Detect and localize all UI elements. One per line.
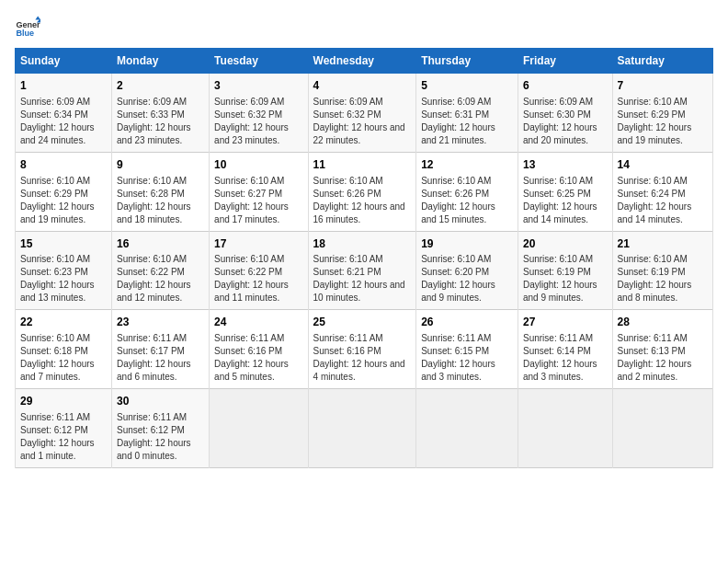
calendar-cell — [308, 389, 416, 468]
calendar-table: SundayMondayTuesdayWednesdayThursdayFrid… — [15, 48, 713, 468]
day-info: Sunrise: 6:09 AMSunset: 6:32 PMDaylight:… — [313, 96, 412, 147]
weekday-header-row: SundayMondayTuesdayWednesdayThursdayFrid… — [16, 49, 713, 74]
day-number: 18 — [313, 236, 412, 252]
day-number: 9 — [117, 157, 204, 173]
day-info: Sunrise: 6:10 AMSunset: 6:19 PMDaylight:… — [618, 253, 708, 304]
weekday-header-friday: Friday — [518, 49, 612, 74]
calendar-cell: 8Sunrise: 6:10 AMSunset: 6:29 PMDaylight… — [16, 152, 112, 231]
day-number: 2 — [117, 78, 204, 94]
day-info: Sunrise: 6:10 AMSunset: 6:22 PMDaylight:… — [117, 253, 204, 304]
day-number: 30 — [117, 394, 204, 409]
calendar-cell: 16Sunrise: 6:10 AMSunset: 6:22 PMDayligh… — [112, 231, 210, 310]
calendar-cell: 18Sunrise: 6:10 AMSunset: 6:21 PMDayligh… — [308, 231, 416, 310]
svg-marker-2 — [35, 16, 40, 19]
calendar-cell — [416, 389, 518, 468]
calendar-cell: 2Sunrise: 6:09 AMSunset: 6:33 PMDaylight… — [112, 74, 210, 153]
weekday-header-monday: Monday — [112, 49, 210, 74]
calendar-cell: 1Sunrise: 6:09 AMSunset: 6:34 PMDaylight… — [16, 74, 112, 153]
day-info: Sunrise: 6:10 AMSunset: 6:21 PMDaylight:… — [313, 253, 412, 304]
calendar-cell: 30Sunrise: 6:11 AMSunset: 6:12 PMDayligh… — [112, 389, 210, 468]
day-number: 11 — [313, 157, 412, 173]
day-info: Sunrise: 6:10 AMSunset: 6:25 PMDaylight:… — [523, 175, 608, 226]
day-number: 8 — [20, 157, 107, 173]
day-number: 27 — [523, 315, 608, 330]
day-info: Sunrise: 6:11 AMSunset: 6:12 PMDaylight:… — [117, 411, 204, 463]
calendar-cell: 27Sunrise: 6:11 AMSunset: 6:14 PMDayligh… — [518, 310, 612, 389]
day-number: 22 — [20, 315, 107, 330]
day-number: 16 — [117, 236, 204, 252]
day-info: Sunrise: 6:09 AMSunset: 6:31 PMDaylight:… — [421, 96, 513, 147]
calendar-cell: 22Sunrise: 6:10 AMSunset: 6:18 PMDayligh… — [16, 310, 112, 389]
day-number: 20 — [523, 236, 608, 252]
calendar-cell: 23Sunrise: 6:11 AMSunset: 6:17 PMDayligh… — [112, 310, 210, 389]
weekday-header-wednesday: Wednesday — [308, 49, 416, 74]
header: General Blue — [15, 15, 713, 40]
logo-icon: General Blue — [15, 15, 40, 40]
calendar-cell: 12Sunrise: 6:10 AMSunset: 6:26 PMDayligh… — [416, 152, 518, 231]
day-number: 23 — [117, 315, 204, 330]
calendar-week-row: 29Sunrise: 6:11 AMSunset: 6:12 PMDayligh… — [16, 389, 713, 468]
svg-text:Blue: Blue — [16, 29, 34, 38]
day-number: 7 — [618, 78, 708, 94]
day-info: Sunrise: 6:11 AMSunset: 6:17 PMDaylight:… — [117, 332, 204, 384]
calendar-week-row: 8Sunrise: 6:10 AMSunset: 6:29 PMDaylight… — [16, 152, 713, 231]
day-number: 17 — [214, 236, 302, 252]
day-info: Sunrise: 6:10 AMSunset: 6:22 PMDaylight:… — [214, 253, 302, 304]
calendar-cell: 20Sunrise: 6:10 AMSunset: 6:19 PMDayligh… — [518, 231, 612, 310]
day-info: Sunrise: 6:10 AMSunset: 6:29 PMDaylight:… — [618, 96, 708, 147]
day-info: Sunrise: 6:09 AMSunset: 6:34 PMDaylight:… — [20, 96, 107, 147]
day-number: 12 — [421, 157, 513, 173]
day-info: Sunrise: 6:09 AMSunset: 6:32 PMDaylight:… — [214, 96, 302, 147]
calendar-cell: 11Sunrise: 6:10 AMSunset: 6:26 PMDayligh… — [308, 152, 416, 231]
calendar-cell: 3Sunrise: 6:09 AMSunset: 6:32 PMDaylight… — [210, 74, 308, 153]
day-info: Sunrise: 6:10 AMSunset: 6:19 PMDaylight:… — [523, 253, 608, 304]
day-number: 1 — [20, 78, 107, 94]
calendar-cell: 13Sunrise: 6:10 AMSunset: 6:25 PMDayligh… — [518, 152, 612, 231]
day-number: 13 — [523, 157, 608, 173]
day-number: 24 — [214, 315, 302, 330]
day-info: Sunrise: 6:10 AMSunset: 6:27 PMDaylight:… — [214, 175, 302, 226]
calendar-cell: 29Sunrise: 6:11 AMSunset: 6:12 PMDayligh… — [16, 389, 112, 468]
weekday-header-thursday: Thursday — [416, 49, 518, 74]
day-info: Sunrise: 6:10 AMSunset: 6:26 PMDaylight:… — [421, 175, 513, 226]
day-number: 14 — [618, 157, 708, 173]
day-number: 10 — [214, 157, 302, 173]
calendar-cell — [518, 389, 612, 468]
calendar-cell — [612, 389, 712, 468]
day-number: 3 — [214, 78, 302, 94]
day-info: Sunrise: 6:10 AMSunset: 6:28 PMDaylight:… — [117, 175, 204, 226]
weekday-header-tuesday: Tuesday — [210, 49, 308, 74]
day-number: 21 — [618, 236, 708, 252]
day-number: 19 — [421, 236, 513, 252]
day-info: Sunrise: 6:10 AMSunset: 6:20 PMDaylight:… — [421, 253, 513, 304]
calendar-week-row: 1Sunrise: 6:09 AMSunset: 6:34 PMDaylight… — [16, 74, 713, 153]
day-number: 25 — [313, 315, 412, 330]
calendar-cell: 17Sunrise: 6:10 AMSunset: 6:22 PMDayligh… — [210, 231, 308, 310]
calendar-cell: 26Sunrise: 6:11 AMSunset: 6:15 PMDayligh… — [416, 310, 518, 389]
logo: General Blue — [15, 15, 40, 40]
calendar-cell: 19Sunrise: 6:10 AMSunset: 6:20 PMDayligh… — [416, 231, 518, 310]
day-number: 5 — [421, 78, 513, 94]
calendar-cell: 6Sunrise: 6:09 AMSunset: 6:30 PMDaylight… — [518, 74, 612, 153]
calendar-cell: 7Sunrise: 6:10 AMSunset: 6:29 PMDaylight… — [612, 74, 712, 153]
day-info: Sunrise: 6:11 AMSunset: 6:13 PMDaylight:… — [618, 332, 708, 384]
calendar-cell: 14Sunrise: 6:10 AMSunset: 6:24 PMDayligh… — [612, 152, 712, 231]
calendar-cell: 4Sunrise: 6:09 AMSunset: 6:32 PMDaylight… — [308, 74, 416, 153]
calendar-cell: 25Sunrise: 6:11 AMSunset: 6:16 PMDayligh… — [308, 310, 416, 389]
day-info: Sunrise: 6:10 AMSunset: 6:24 PMDaylight:… — [618, 175, 708, 226]
day-info: Sunrise: 6:11 AMSunset: 6:15 PMDaylight:… — [421, 332, 513, 384]
day-info: Sunrise: 6:11 AMSunset: 6:16 PMDaylight:… — [214, 332, 302, 384]
calendar-cell: 9Sunrise: 6:10 AMSunset: 6:28 PMDaylight… — [112, 152, 210, 231]
calendar-cell — [210, 389, 308, 468]
calendar-cell: 15Sunrise: 6:10 AMSunset: 6:23 PMDayligh… — [16, 231, 112, 310]
calendar-week-row: 22Sunrise: 6:10 AMSunset: 6:18 PMDayligh… — [16, 310, 713, 389]
calendar-cell: 28Sunrise: 6:11 AMSunset: 6:13 PMDayligh… — [612, 310, 712, 389]
day-number: 26 — [421, 315, 513, 330]
day-info: Sunrise: 6:09 AMSunset: 6:33 PMDaylight:… — [117, 96, 204, 147]
day-number: 4 — [313, 78, 412, 94]
day-info: Sunrise: 6:10 AMSunset: 6:26 PMDaylight:… — [313, 175, 412, 226]
calendar-cell: 5Sunrise: 6:09 AMSunset: 6:31 PMDaylight… — [416, 74, 518, 153]
calendar-cell: 21Sunrise: 6:10 AMSunset: 6:19 PMDayligh… — [612, 231, 712, 310]
day-info: Sunrise: 6:11 AMSunset: 6:12 PMDaylight:… — [20, 411, 107, 463]
day-info: Sunrise: 6:11 AMSunset: 6:14 PMDaylight:… — [523, 332, 608, 384]
